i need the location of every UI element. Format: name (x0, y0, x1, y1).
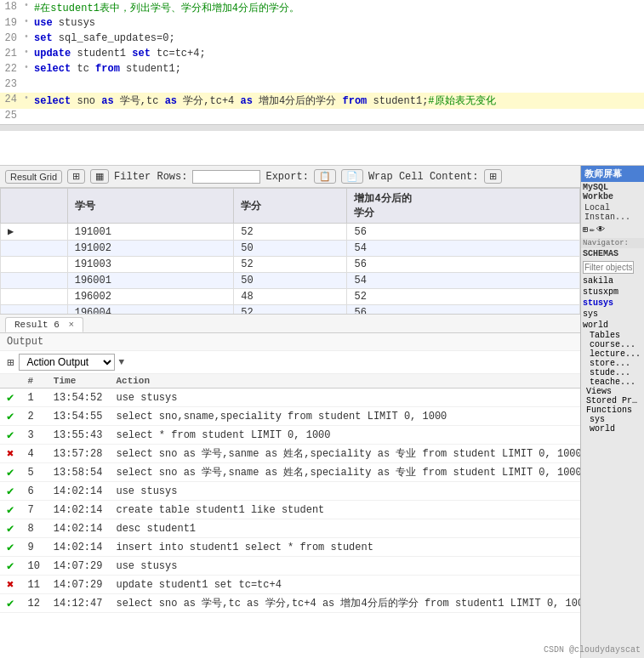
code-line-24: 24•select sno as 学号,tc as 学分,tc+4 as 增加4… (0, 93, 644, 109)
watermark: CSDN @cloudydayscat (544, 645, 641, 655)
schema-item-stusys[interactable]: stusys (581, 298, 644, 309)
code-text: select tc from student1; (34, 63, 181, 75)
row-indicator (1, 289, 68, 305)
edit-icon[interactable]: ✏ (590, 224, 595, 235)
cell-xuefen: 52 (234, 224, 347, 241)
tile-icon[interactable]: ⊞ (583, 224, 588, 235)
export-csv-button[interactable]: 📋 (314, 169, 336, 184)
cell-xuehao: 191003 (67, 257, 234, 273)
cell-xuefen: 48 (234, 289, 347, 305)
table-row: 196004 52 56 (1, 305, 580, 315)
output-row: ✔ 7 14:02:14 create table student1 like … (0, 501, 580, 519)
grid-settings-button[interactable]: ▦ (90, 169, 109, 184)
filter-rows-input[interactable] (192, 170, 260, 184)
output-num: 2 (20, 407, 46, 426)
cell-xuehao: 196004 (67, 305, 234, 315)
schema-item-world[interactable]: world (581, 320, 644, 331)
tree-item[interactable]: lecture... (588, 349, 644, 359)
output-num: 7 (20, 501, 46, 519)
tree-item[interactable]: store... (588, 359, 644, 368)
tree-item[interactable]: course... (588, 340, 644, 349)
tree-item[interactable]: stude... (588, 368, 644, 377)
result-toolbar: Result Grid ⊞ ▦ Filter Rows: Export: 📋 📄… (0, 166, 580, 188)
output-row: ✔ 5 13:58:54 select sno as 学号,sname as 姓… (0, 463, 580, 482)
output-action: use stusys (109, 389, 580, 407)
output-row: ✖ 4 13:57:28 select sno as 学号,sanme as 姓… (0, 445, 580, 463)
output-row: ✖ 11 14:07:29 update student1 set tc=tc+… (0, 576, 580, 594)
tree-item[interactable]: Tables (588, 331, 644, 340)
output-row: ✔ 12 14:12:47 select sno as 学号,tc as 学分,… (0, 594, 580, 613)
output-col-time: Time (47, 374, 110, 389)
row-indicator (1, 257, 68, 273)
sys-item[interactable]: sys (581, 415, 644, 424)
status-ok-icon: ✔ (7, 597, 14, 610)
schema-item-sys[interactable]: sys (581, 309, 644, 320)
line-number: 25 (0, 110, 24, 122)
schema-item-sakila[interactable]: sakila (581, 275, 644, 286)
code-text: use stusys (34, 17, 95, 29)
code-line-20: 20•set sql_safe_updates=0; (0, 31, 644, 47)
result-table: 学号 学分 增加4分后的学分 ▶ 191001 52 56 191002 50 … (0, 188, 580, 315)
line-bullet: • (24, 32, 29, 42)
line-number: 19 (0, 17, 24, 29)
output-num: 5 (20, 463, 46, 482)
tab-close-button[interactable]: × (68, 320, 74, 330)
export-label: Export: (265, 171, 308, 183)
code-line-18: 18•#在student1表中，列出学号、学分和增加4分后的学分。 (0, 0, 644, 16)
line-number: 18 (0, 1, 24, 13)
status-ok-icon: ✔ (7, 428, 14, 442)
output-status: ✔ (0, 407, 20, 426)
schema-item-stusxpm[interactable]: stusxpm (581, 286, 644, 298)
cell-xuehao: 191001 (67, 224, 234, 241)
result-col-xuehao: 学号 (67, 189, 234, 224)
output-action: insert into student1 select * from stude… (109, 538, 580, 557)
result-grid-button[interactable]: Result Grid (5, 170, 62, 184)
local-instance-item[interactable]: Local Instan... (581, 202, 644, 223)
code-text: select sno as 学号,tc as 学分,tc+4 as 增加4分后的… (34, 94, 496, 108)
view-icon[interactable]: 👁 (596, 224, 605, 235)
dropdown-arrow: ▼ (118, 357, 124, 367)
export-xls-button[interactable]: 📄 (341, 169, 363, 184)
output-table: # Time Action ✔ 1 13:54:52 use stusys ✔ … (0, 374, 580, 613)
output-status: ✔ (0, 594, 20, 613)
output-time: 13:58:54 (47, 463, 110, 482)
code-editor: 18•#在student1表中，列出学号、学分和增加4分后的学分。19•use … (0, 0, 644, 166)
output-time: 14:07:29 (47, 557, 110, 576)
output-status: ✖ (0, 576, 20, 594)
tab-result6[interactable]: Result 6 × (5, 317, 83, 332)
output-status: ✔ (0, 463, 20, 482)
output-header: Output (0, 333, 580, 351)
output-time: 14:02:14 (47, 519, 110, 538)
code-line-23: 23 (0, 77, 644, 93)
table-row: 196001 50 54 (1, 273, 580, 289)
output-num: 6 (20, 482, 46, 501)
code-text: #在student1表中，列出学号、学分和增加4分后的学分。 (34, 1, 299, 15)
action-output-dropdown[interactable]: Action Output (19, 354, 115, 371)
tree-item[interactable]: teache... (588, 377, 644, 387)
output-time: 14:12:47 (47, 594, 110, 613)
code-line-21: 21•update student1 set tc=tc+4; (0, 47, 644, 62)
tree-item[interactable]: Functions (584, 406, 644, 415)
tree-item[interactable]: Views (584, 387, 644, 396)
wrap-cell-button[interactable]: ⊞ (484, 169, 502, 184)
status-ok-icon: ✔ (7, 466, 14, 479)
tab-label: Result 6 (14, 320, 60, 330)
output-time: 13:54:55 (47, 407, 110, 426)
output-action: select sno,sname,speciality from student… (109, 407, 580, 426)
output-action: create table student1 like student (109, 501, 580, 519)
tree-item[interactable]: Stored Pr... (584, 396, 644, 406)
output-action: select sno as 学号,tc as 学分,tc+4 as 增加4分后的… (109, 594, 580, 613)
status-ok-icon: ✔ (7, 503, 14, 517)
output-status: ✔ (0, 538, 20, 557)
output-action: desc student1 (109, 519, 580, 538)
line-number: 23 (0, 78, 24, 90)
world-item[interactable]: world (581, 424, 644, 434)
horizontal-scrollbar[interactable] (0, 124, 644, 131)
code-line-25: 25 (0, 109, 644, 124)
code-line-19: 19•use stusys (0, 16, 644, 31)
schema-filter-input[interactable] (583, 261, 634, 274)
output-action: use stusys (109, 557, 580, 576)
code-text: set sql_safe_updates=0; (34, 32, 175, 44)
status-ok-icon: ✔ (7, 391, 14, 405)
filter-icon-button[interactable]: ⊞ (67, 169, 85, 184)
